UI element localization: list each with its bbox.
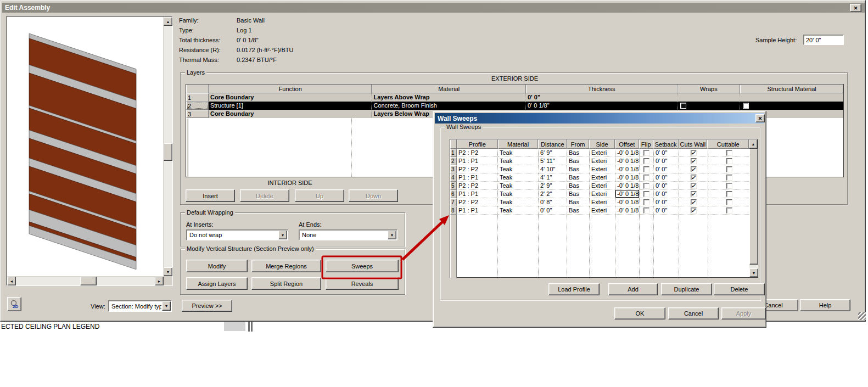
sweep-row[interactable]: 6 P1 : P1 Teak 2' 2" Bas Exteri -0' 0 1/… xyxy=(450,190,758,198)
from-cell[interactable]: Bas xyxy=(567,206,590,215)
sweeps-button[interactable]: Sweeps xyxy=(326,260,399,272)
col-profile[interactable]: Profile xyxy=(457,139,498,149)
offset-cell[interactable]: -0' 0 1/8 xyxy=(615,149,640,157)
sample-height-input[interactable] xyxy=(803,35,844,45)
apply-button[interactable]: Apply xyxy=(721,307,766,319)
distance-cell[interactable]: 2' 2" xyxy=(539,190,567,198)
col-cuts-wall[interactable]: Cuts Wall xyxy=(679,139,708,149)
sweep-row[interactable]: 8 P1 : P1 Teak 0' 0" Bas Exteri -0' 0 1/… xyxy=(450,206,758,215)
duplicate-button[interactable]: Duplicate xyxy=(661,283,712,295)
profile-cell[interactable]: P2 : P2 xyxy=(457,198,498,206)
at-ends-dropdown[interactable]: None ▼ xyxy=(299,229,397,240)
col-material[interactable]: Material xyxy=(498,139,539,149)
from-cell[interactable]: Bas xyxy=(567,198,590,206)
flip-checkbox-cell[interactable] xyxy=(640,206,654,215)
cuts-wall-checkbox[interactable] xyxy=(691,207,697,214)
from-cell[interactable]: Bas xyxy=(567,165,590,173)
cuttable-checkbox[interactable] xyxy=(726,175,732,181)
flip-checkbox[interactable] xyxy=(643,191,649,197)
cuts-wall-checkbox-cell[interactable] xyxy=(679,173,708,182)
offset-cell[interactable]: -0' 0 1/8 xyxy=(615,182,640,190)
flip-checkbox-cell[interactable] xyxy=(640,182,654,190)
ok-button[interactable]: OK xyxy=(614,307,665,319)
material-cell[interactable]: Teak xyxy=(498,198,539,206)
cuttable-checkbox[interactable] xyxy=(726,166,732,172)
cuts-wall-checkbox[interactable] xyxy=(691,166,697,172)
flip-checkbox[interactable] xyxy=(643,207,649,214)
cuts-wall-checkbox[interactable] xyxy=(691,199,697,205)
chevron-down-icon[interactable]: ▼ xyxy=(162,301,171,311)
vscroll-thumb[interactable] xyxy=(164,143,172,161)
cuts-wall-checkbox[interactable] xyxy=(691,150,697,156)
cuts-wall-checkbox-cell[interactable] xyxy=(679,157,708,165)
flip-checkbox-cell[interactable] xyxy=(640,165,654,173)
close-icon[interactable]: ✕ xyxy=(850,4,861,12)
side-cell[interactable]: Exteri xyxy=(590,182,615,190)
cuts-wall-checkbox[interactable] xyxy=(691,183,697,189)
split-region-button[interactable]: Split Region xyxy=(251,277,321,290)
flip-checkbox-cell[interactable] xyxy=(640,198,654,206)
delete-sweep-button[interactable]: Delete xyxy=(714,283,765,295)
wall-sweeps-titlebar[interactable]: Wall Sweeps xyxy=(435,113,764,124)
view-dropdown[interactable]: Section: Modify type ▼ xyxy=(108,300,172,312)
cuttable-checkbox[interactable] xyxy=(726,207,732,214)
insert-button[interactable]: Insert xyxy=(186,189,235,202)
setback-cell[interactable]: 0' 0" xyxy=(654,173,679,182)
profile-cell[interactable]: P2 : P2 xyxy=(457,165,498,173)
wraps-checkbox[interactable] xyxy=(680,103,686,109)
cuttable-checkbox-cell[interactable] xyxy=(708,165,750,173)
material-cell[interactable]: Teak xyxy=(498,157,539,165)
distance-cell[interactable]: 5' 11" xyxy=(539,157,567,165)
setback-cell[interactable]: 0' 0" xyxy=(654,190,679,198)
cuts-wall-checkbox[interactable] xyxy=(691,175,697,181)
col-setback[interactable]: Setback xyxy=(653,139,679,149)
offset-cell[interactable]: -0' 0 1/8 xyxy=(615,206,640,215)
delete-layer-button[interactable]: Delete xyxy=(240,189,289,202)
offset-cell[interactable]: -0' 0 1/8 xyxy=(615,165,640,173)
from-cell[interactable]: Bas xyxy=(567,157,590,165)
from-cell[interactable]: Bas xyxy=(567,149,590,157)
distance-cell[interactable]: 2' 9" xyxy=(539,182,567,190)
setback-cell[interactable]: 0' 0" xyxy=(654,182,679,190)
layers-col-function[interactable]: Function xyxy=(209,85,372,93)
scroll-left-icon[interactable]: ◄ xyxy=(7,277,16,285)
setback-cell[interactable]: 0' 0" xyxy=(654,165,679,173)
from-cell[interactable]: Bas xyxy=(567,190,590,198)
down-button[interactable]: Down xyxy=(349,189,398,202)
sweep-row[interactable]: 1 P2 : P2 Teak 6' 9" Bas Exteri -0' 0 1/… xyxy=(450,149,758,157)
cuttable-checkbox-cell[interactable] xyxy=(708,149,750,157)
cuts-wall-checkbox[interactable] xyxy=(691,191,697,197)
preview-toggle-button[interactable]: Preview >> xyxy=(182,300,232,312)
cuts-wall-checkbox-cell[interactable] xyxy=(679,149,708,157)
side-cell[interactable]: Exteri xyxy=(590,165,615,173)
setback-cell[interactable]: 0' 0" xyxy=(654,149,679,157)
resize-grip[interactable] xyxy=(858,312,866,320)
profile-cell[interactable]: P1 : P1 xyxy=(457,173,498,182)
flip-checkbox-cell[interactable] xyxy=(640,190,654,198)
cuts-wall-checkbox-cell[interactable] xyxy=(679,165,708,173)
close-icon[interactable]: ✕ xyxy=(755,114,765,122)
offset-cell[interactable]: -0' 0 1/8 xyxy=(615,198,640,206)
flip-checkbox[interactable] xyxy=(643,158,649,164)
cuts-wall-checkbox-cell[interactable] xyxy=(679,190,708,198)
cuts-wall-checkbox-cell[interactable] xyxy=(679,182,708,190)
setback-cell[interactable]: 0' 0" xyxy=(654,198,679,206)
flip-checkbox-cell[interactable] xyxy=(640,149,654,157)
chevron-down-icon[interactable]: ▼ xyxy=(388,231,396,239)
add-button[interactable]: Add xyxy=(608,283,658,295)
layers-col-material[interactable]: Material xyxy=(372,85,526,93)
distance-cell[interactable]: 4' 1" xyxy=(539,173,567,182)
layer-row-1[interactable]: 1 Core Boundary Layers Above Wrap 0' 0" xyxy=(186,93,843,102)
scroll-down-icon[interactable]: ▼ xyxy=(749,268,758,277)
setback-cell[interactable]: 0' 0" xyxy=(654,157,679,165)
side-cell[interactable]: Exteri xyxy=(590,173,615,182)
assign-layers-button[interactable]: Assign Layers xyxy=(186,277,248,290)
cuttable-checkbox-cell[interactable] xyxy=(708,182,750,190)
offset-cell[interactable]: -0' 0 1/8 xyxy=(615,157,640,165)
side-cell[interactable]: Exteri xyxy=(590,157,615,165)
load-profile-button[interactable]: Load Profile xyxy=(548,283,600,295)
from-cell[interactable]: Bas xyxy=(567,182,590,190)
cuts-wall-checkbox-cell[interactable] xyxy=(679,198,708,206)
flip-checkbox-cell[interactable] xyxy=(640,173,654,182)
reveals-button[interactable]: Reveals xyxy=(326,277,399,290)
